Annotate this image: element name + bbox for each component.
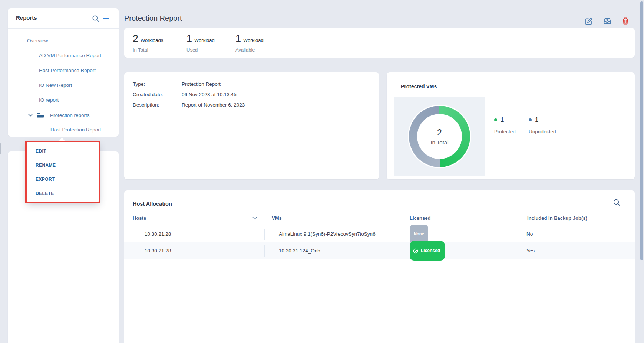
detail-row-created-date: Created date: 06 Nov 2023 at 10:13:45: [133, 92, 379, 97]
detail-value: Protection Report: [182, 81, 221, 87]
host-allocation-card: Host Allocation Hosts VMs Licensed Inclu…: [124, 190, 635, 343]
stat-used-workloads: 1Workload Used: [186, 33, 215, 53]
sidebar-item-io-new-report[interactable]: IO New Report: [39, 78, 72, 93]
table-row[interactable]: 10.30.21.28 AlmaLinux 9.1(Syn6)-P2Vrecov…: [124, 226, 635, 242]
sidebar-item-host-protection-report[interactable]: Host Protection Report: [50, 122, 101, 137]
menu-item-edit[interactable]: EDIT: [27, 144, 99, 158]
protected-vms-donut-chart: 2 In Total: [409, 106, 470, 167]
edit-report-icon[interactable]: [584, 16, 593, 25]
stat-caption: In Total: [133, 47, 163, 53]
legend-value: 1: [501, 116, 504, 124]
menu-item-rename[interactable]: RENAME: [27, 158, 99, 172]
protected-vms-title: Protected VMs: [401, 84, 437, 89]
export-report-icon[interactable]: [603, 16, 612, 25]
donut-total-value: 2: [437, 128, 442, 138]
cell-host: 10.30.21.28: [145, 242, 171, 259]
stat-value: 1: [186, 33, 192, 45]
cell-vm: 10.30.31.124_Onb: [279, 242, 320, 259]
cell-included-in-backup: No: [526, 226, 533, 242]
detail-row-description: Description: Report of November 6, 2023: [133, 102, 379, 108]
protected-dot-icon: [494, 118, 497, 121]
detail-row-type: Type: Protection Report: [133, 81, 379, 87]
sidebar-item-ad-vm-performance-report[interactable]: AD VM Performance Report: [39, 48, 101, 63]
table-row[interactable]: 10.30.21.28 10.30.31.124_Onb Licensed Ye…: [124, 242, 635, 259]
detail-value: Report of November 6, 2023: [182, 102, 245, 108]
detail-label: Description:: [133, 102, 182, 108]
open-folder-icon: [37, 112, 45, 118]
column-header-vms[interactable]: VMs: [272, 211, 282, 226]
sidebar-scrollbar[interactable]: [0, 143, 1, 154]
menu-item-export[interactable]: EXPORT: [27, 172, 99, 186]
column-separator: [403, 214, 403, 223]
detail-value: 06 Nov 2023 at 10:13:45: [182, 92, 237, 97]
protected-vms-card: Protected VMs 2 In Total 1 Protected 1 U…: [387, 72, 635, 179]
cell-separator: [264, 229, 265, 240]
cell-licensed: Licensed: [410, 242, 445, 259]
report-context-menu: EDIT RENAME EXPORT DELETE: [27, 142, 99, 202]
stat-value: 1: [235, 33, 241, 45]
table-search-icon[interactable]: [613, 199, 621, 206]
stat-total-workloads: 2Workloads In Total: [133, 33, 163, 53]
donut-total-label: In Total: [430, 139, 448, 146]
sidebar-item-overview[interactable]: Overview: [27, 33, 48, 48]
legend-label: Unprotected: [529, 129, 556, 134]
host-allocation-title: Host Allocation: [133, 201, 172, 207]
stat-value: 2: [133, 33, 138, 45]
stat-unit: Workload: [243, 37, 264, 43]
cell-vm: AlmaLinux 9.1(Syn6)-P2VrecovSyn7toSyn6: [279, 226, 376, 242]
workload-stats-card: 2Workloads In Total 1Workload Used 1Work…: [124, 28, 635, 58]
chevron-down-icon[interactable]: [28, 112, 33, 118]
sidebar-title: Reports: [16, 14, 37, 21]
column-header-hosts[interactable]: Hosts: [133, 211, 146, 226]
cell-licensed: None: [410, 226, 428, 242]
badge-label: Licensed: [421, 242, 440, 259]
sidebar-header: Reports: [8, 8, 119, 29]
sidebar-item-protection-reports-folder[interactable]: Protection reports: [28, 108, 90, 122]
license-licensed-badge: Licensed: [410, 241, 445, 261]
stat-caption: Used: [186, 47, 215, 53]
search-icon[interactable]: [92, 15, 99, 22]
delete-report-icon[interactable]: [621, 16, 630, 25]
legend-label: Protected: [494, 129, 516, 134]
menu-item-delete[interactable]: DELETE: [27, 186, 99, 200]
column-header-included-in-backup[interactable]: Included in Backup Job(s): [527, 211, 587, 226]
page-scrollbar[interactable]: [640, 1, 643, 260]
check-circle-icon: [413, 248, 418, 254]
reports-sidebar: Reports Overview AD VM Performance Repor…: [8, 8, 119, 137]
cell-separator: [264, 245, 265, 257]
report-details-card: Type: Protection Report Created date: 06…: [124, 72, 379, 179]
page-title: Protection Report: [124, 14, 182, 23]
unprotected-dot-icon: [529, 118, 532, 121]
stat-unit: Workloads: [141, 37, 163, 43]
legend-unprotected: 1 Unprotected: [529, 116, 556, 134]
cell-included-in-backup: Yes: [526, 242, 535, 259]
stat-caption: Available: [235, 47, 264, 53]
sidebar-item-label[interactable]: Protection reports: [50, 112, 90, 118]
sidebar-item-host-performance-report[interactable]: Host Performance Report: [39, 63, 96, 78]
legend-value: 1: [535, 116, 538, 124]
cell-host: 10.30.21.28: [145, 226, 171, 242]
stat-available-workloads: 1Workload Available: [235, 33, 264, 53]
context-menu-caret: [59, 138, 65, 141]
stat-unit: Workload: [194, 37, 215, 43]
legend-protected: 1 Protected: [494, 116, 516, 134]
detail-label: Created date:: [133, 92, 182, 97]
detail-label: Type:: [133, 81, 182, 87]
sidebar-item-io-report[interactable]: IO report: [39, 93, 59, 108]
donut-center: 2 In Total: [417, 114, 462, 159]
donut-panel: 2 In Total: [394, 97, 485, 176]
add-report-icon[interactable]: [102, 15, 110, 22]
hosts-sort-chevron-icon[interactable]: [252, 216, 257, 221]
column-header-licensed[interactable]: Licensed: [410, 211, 430, 226]
column-separator: [264, 214, 264, 223]
